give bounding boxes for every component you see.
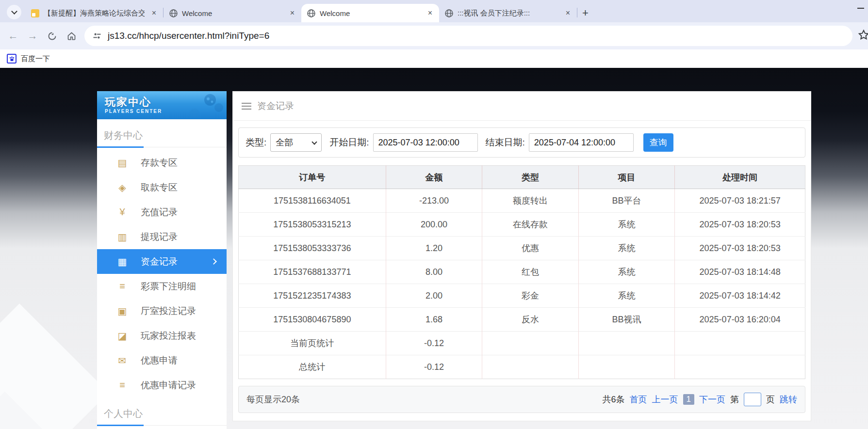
type-select-value: 全部 [276, 137, 293, 148]
pagination-bar: 每页显示20条 共6条 首页 上一页 1 下一页 第 页 跳转 [238, 386, 805, 413]
cell-time: 2025-07-03 18:14:42 [675, 284, 805, 308]
cell-empty [482, 332, 579, 355]
tab-title: :::视讯 会员下注纪录::: [458, 9, 558, 18]
sidebar-item-label: 彩票下注明细 [141, 280, 196, 293]
address-bar[interactable]: js13.cc/hhcp/usercenter.html?iniType=6 [84, 26, 852, 46]
cell-stat-label: 总统计 [239, 355, 386, 379]
sidebar-item-label: 存款专区 [141, 157, 178, 169]
tab-welcome-2-active[interactable]: Welcome × [301, 4, 439, 22]
jump-link[interactable]: 跳转 [780, 394, 797, 405]
sidebar-item-funds-record[interactable]: ▦ 资金记录 [97, 249, 227, 274]
cell-stat-amount: -0.12 [386, 355, 482, 379]
chevron-down-icon [312, 139, 317, 144]
globe-icon [169, 9, 178, 17]
tab-title: Welcome [320, 9, 421, 17]
page-suffix-label: 页 [766, 394, 775, 405]
sidebar-item-promo-apply[interactable]: ✉ 优惠申请 [97, 348, 227, 373]
new-tab-button[interactable]: + [582, 8, 589, 18]
type-select[interactable]: 全部 [270, 133, 322, 152]
search-button[interactable]: 查询 [643, 133, 673, 152]
next-page-link[interactable]: 下一页 [699, 394, 725, 405]
forward-icon[interactable]: → [24, 28, 41, 44]
home-icon[interactable] [63, 28, 80, 44]
table-row: 1751521235174383 2.00 彩金 系统 2025-07-03 1… [239, 284, 805, 308]
back-icon[interactable]: ← [5, 28, 21, 44]
cell-empty [675, 332, 805, 355]
baidu-paw-icon [7, 54, 16, 64]
cell-project: 系统 [578, 260, 675, 284]
table-header-row: 订单号 金额 类型 项目 处理时间 [239, 166, 805, 189]
close-icon[interactable]: × [563, 9, 573, 17]
chevron-right-icon [211, 258, 217, 265]
gamepad-icon [180, 93, 224, 117]
player-center-sidebar: 玩家中心 PLAYERS CENTER 财务中心 ▤ 存款专区 ◈ 取款专区 ¥… [97, 91, 227, 429]
tab-title: 【新提醒】海燕策略论坛综合交 [44, 9, 145, 18]
sidebar-item-deposit[interactable]: ▤ 存款专区 [97, 150, 227, 175]
table-row: 1751538053333736 1.20 优惠 系统 2025-07-03 1… [239, 237, 805, 260]
cell-amount: 1.20 [386, 237, 482, 260]
gift-envelope-icon: ✉ [116, 355, 128, 366]
cell-time: 2025-07-03 18:14:48 [675, 260, 805, 284]
tab-strip: 【新提醒】海燕策略论坛综合交 × Welcome × Welcome × :::… [0, 0, 868, 22]
url-text[interactable]: js13.cc/hhcp/usercenter.html?iniType=6 [108, 31, 269, 41]
sidebar-item-lottery-bet-detail[interactable]: ≡ 彩票下注明细 [97, 274, 227, 299]
chart-icon: ◪ [116, 330, 128, 342]
sidebar-item-recharge-record[interactable]: ¥ 充值记录 [97, 200, 227, 224]
col-process-time: 处理时间 [675, 166, 805, 189]
deposit-card-icon: ▤ [116, 157, 128, 169]
pagination-controls: 共6条 首页 上一页 1 下一页 第 页 跳转 [603, 393, 797, 406]
sidebar-item-player-bet-report[interactable]: ◪ 玩家投注报表 [97, 323, 227, 348]
cell-time: 2025-07-03 16:20:04 [675, 308, 805, 332]
first-page-link[interactable]: 首页 [630, 394, 647, 405]
globe-icon [445, 9, 453, 17]
table-row: 1751538116634051 -213.00 额度转出 BB平台 2025-… [239, 189, 805, 213]
bookmark-baidu[interactable]: 百度一下 [21, 54, 50, 64]
sidebar-item-promo-apply-record[interactable]: ≡ 优惠申请记录 [97, 373, 227, 397]
list-detail-icon: ▣ [116, 305, 128, 317]
close-icon[interactable]: × [149, 9, 159, 17]
bookmark-star-icon[interactable] [857, 29, 868, 43]
table-row: 1751530804675890 1.68 反水 BB视讯 2025-07-03… [239, 308, 805, 332]
cell-order: 1751521235174383 [239, 284, 386, 308]
tab-welcome-1[interactable]: Welcome × [164, 4, 301, 22]
sidebar-item-label: 资金记录 [141, 255, 178, 268]
col-type: 类型 [482, 166, 579, 189]
current-page-badge: 1 [683, 394, 694, 405]
start-date-input[interactable] [373, 133, 478, 152]
cell-project: BB视讯 [578, 308, 675, 332]
sidebar-item-label: 取款专区 [141, 181, 178, 194]
sidebar-item-withdraw-record[interactable]: ▥ 提现记录 [97, 224, 227, 249]
prev-page-link[interactable]: 上一页 [652, 394, 678, 405]
site-info-icon[interactable] [92, 31, 102, 41]
type-label: 类型: [246, 136, 266, 149]
cash-icon: ▥ [116, 231, 128, 243]
cell-amount: -213.00 [386, 189, 482, 213]
jump-page-input[interactable] [744, 393, 761, 406]
start-date-label: 开始日期: [329, 136, 369, 149]
tab-video-records[interactable]: :::视讯 会员下注纪录::: × [439, 4, 577, 22]
cell-stat-label: 当前页统计 [239, 332, 386, 355]
cell-empty [482, 355, 579, 379]
cell-order: 1751538053315213 [239, 213, 386, 237]
cell-empty [578, 332, 675, 355]
globe-icon [307, 9, 315, 17]
close-icon[interactable]: × [287, 9, 297, 17]
close-icon[interactable]: × [425, 9, 435, 17]
cell-type: 彩金 [482, 284, 579, 308]
bookmarks-bar: 百度一下 [0, 49, 868, 68]
tab-forum[interactable]: 【新提醒】海燕策略论坛综合交 × [25, 4, 163, 22]
reload-icon[interactable] [44, 28, 60, 44]
cell-type: 红包 [482, 260, 579, 284]
window-minimize-button[interactable] [857, 8, 864, 9]
cell-amount: 8.00 [386, 260, 482, 284]
tab-search-button[interactable] [7, 5, 21, 19]
end-date-label: 结束日期: [486, 136, 525, 149]
cell-order: 1751538116634051 [239, 189, 386, 213]
end-date-input[interactable] [529, 133, 634, 152]
cell-type: 优惠 [482, 237, 579, 260]
sidebar-item-withdraw-zone[interactable]: ◈ 取款专区 [97, 175, 227, 200]
list-icon: ≡ [116, 281, 128, 292]
sidebar-item-hall-bet-record[interactable]: ▣ 厅室投注记录 [97, 299, 227, 323]
cell-time: 2025-07-03 18:21:57 [675, 189, 805, 213]
sidebar-item-label: 充值记录 [141, 206, 178, 219]
